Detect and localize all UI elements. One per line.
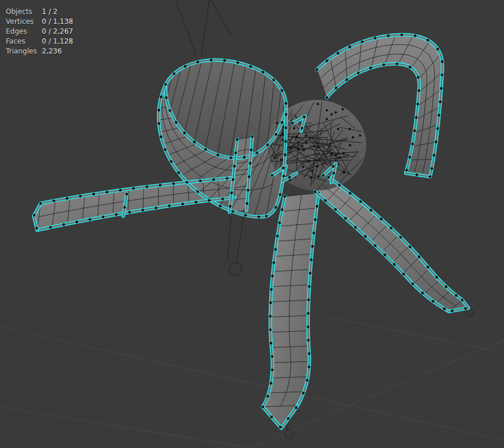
stat-label: Faces: [6, 37, 42, 46]
hanger-ring: [229, 263, 242, 275]
viewport-canvas[interactable]: [0, 0, 504, 448]
floor-grid: [0, 317, 504, 448]
stat-row-vertices: Vertices 0 / 1,138: [6, 17, 73, 27]
stat-label: Edges: [6, 27, 42, 37]
ribbon-end-ring: [466, 309, 473, 316]
stat-value: 0 / 2,267: [42, 27, 73, 37]
stat-row-triangles: Triangles 2,236: [6, 46, 73, 56]
stat-value: 1 / 2: [42, 7, 58, 17]
stat-row-edges: Edges 0 / 2,267: [6, 27, 73, 37]
stat-row-faces: Faces 0 / 1,128: [6, 37, 73, 46]
stat-value: 0 / 1,128: [42, 37, 73, 46]
stat-row-objects: Objects 1 / 2: [6, 7, 73, 17]
stat-value: 2,236: [42, 46, 62, 56]
stat-value: 0 / 1,138: [42, 17, 73, 27]
viewport[interactable]: Objects 1 / 2 Vertices 0 / 1,138 Edges 0…: [0, 0, 504, 448]
stat-label: Objects: [6, 7, 42, 17]
stat-label: Triangles: [6, 46, 42, 56]
statistics-overlay: Objects 1 / 2 Vertices 0 / 1,138 Edges 0…: [6, 7, 73, 56]
stat-label: Vertices: [6, 17, 42, 27]
